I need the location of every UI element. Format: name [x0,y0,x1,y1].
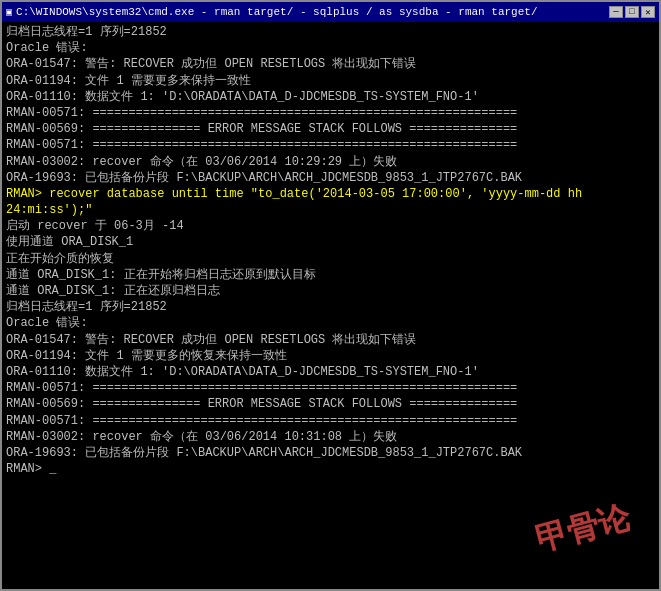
title-bar-left: ▣ C:\WINDOWS\system32\cmd.exe - rman tar… [6,6,538,18]
window-title: C:\WINDOWS\system32\cmd.exe - rman targe… [16,6,538,18]
terminal-line: ORA-01110: 数据文件 1: 'D:\ORADATA\DATA_D-JD… [6,364,655,380]
terminal-line: 通道 ORA_DISK_1: 正在还原归档日志 [6,283,655,299]
terminal-line: ORA-01547: 警告: RECOVER 成功但 OPEN RESETLOG… [6,56,655,72]
close-button[interactable]: ✕ [641,6,655,18]
terminal-line: 归档日志线程=1 序列=21852 [6,24,655,40]
terminal-line: RMAN-03002: recover 命令（在 03/06/2014 10:2… [6,154,655,170]
terminal-line: ORA-19693: 已包括备份片段 F:\BACKUP\ARCH\ARCH_J… [6,170,655,186]
terminal-line: RMAN-00571: ============================… [6,137,655,153]
terminal-line: 通道 ORA_DISK_1: 正在开始将归档日志还原到默认目标 [6,267,655,283]
terminal-line: RMAN-03002: recover 命令（在 03/06/2014 10:3… [6,429,655,445]
terminal-body: 归档日志线程=1 序列=21852Oracle 错误:ORA-01547: 警告… [2,22,659,589]
terminal-line: ORA-01110: 数据文件 1: 'D:\ORADATA\DATA_D-JD… [6,89,655,105]
terminal-line: ORA-01194: 文件 1 需要更多的恢复来保持一致性 [6,348,655,364]
title-bar-controls: ─ □ ✕ [609,6,655,18]
terminal-line: RMAN-00569: =============== ERROR MESSAG… [6,121,655,137]
terminal-line: 启动 recover 于 06-3月 -14 [6,218,655,234]
terminal-line: 正在开始介质的恢复 [6,251,655,267]
terminal-line: Oracle 错误: [6,315,655,331]
title-bar: ▣ C:\WINDOWS\system32\cmd.exe - rman tar… [2,2,659,22]
terminal-line: RMAN> recover database until time "to_da… [6,186,655,202]
terminal-line: 归档日志线程=1 序列=21852 [6,299,655,315]
window-icon: ▣ [6,6,12,18]
terminal-line: RMAN> _ [6,461,655,477]
terminal-line: RMAN-00571: ============================… [6,413,655,429]
maximize-button[interactable]: □ [625,6,639,18]
minimize-button[interactable]: ─ [609,6,623,18]
terminal-line: Oracle 错误: [6,40,655,56]
terminal-line: ORA-01547: 警告: RECOVER 成功但 OPEN RESETLOG… [6,332,655,348]
terminal-line: RMAN-00571: ============================… [6,380,655,396]
terminal-line: 24:mi:ss');" [6,202,655,218]
terminal-line: RMAN-00569: =============== ERROR MESSAG… [6,396,655,412]
terminal-line: RMAN-00571: ============================… [6,105,655,121]
terminal-line: 使用通道 ORA_DISK_1 [6,234,655,250]
terminal-line: ORA-19693: 已包括备份片段 F:\BACKUP\ARCH\ARCH_J… [6,445,655,461]
terminal-window: ▣ C:\WINDOWS\system32\cmd.exe - rman tar… [0,0,661,591]
terminal-line: ORA-01194: 文件 1 需要更多来保持一致性 [6,73,655,89]
